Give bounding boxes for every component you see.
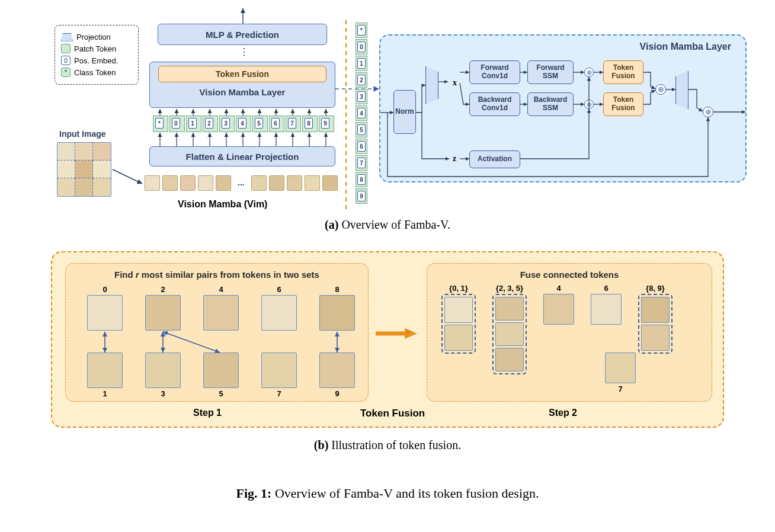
vtoken-5: 5 bbox=[356, 122, 369, 139]
vim-layer-block: Token Fusion Vision Mamba Layer bbox=[149, 62, 335, 108]
caption-a: (a) Overview of Famba-V. bbox=[0, 218, 775, 232]
svg-line-3 bbox=[163, 332, 220, 352]
split-projection-trapezoid bbox=[425, 66, 438, 104]
patch-row-ellipsis: ... bbox=[238, 178, 245, 187]
mult-backward-icon: ⊗ bbox=[584, 100, 594, 109]
group-7: 7 bbox=[605, 352, 636, 393]
step1-top-6: 6 bbox=[261, 285, 297, 331]
group-0-1: {0, 1} bbox=[441, 284, 476, 354]
step1-top-0: 0 bbox=[87, 285, 123, 331]
vtoken-*: * bbox=[356, 23, 369, 39]
vml-title: Vision Mamba Layer bbox=[640, 41, 731, 52]
backward-conv1d-block: Backward Conv1d bbox=[469, 92, 520, 116]
group-4: 4 bbox=[543, 284, 574, 325]
token-2: 2 bbox=[203, 116, 219, 134]
group-4-label: 4 bbox=[543, 284, 574, 293]
group-6-label: 6 bbox=[591, 284, 622, 293]
z-label: z bbox=[453, 154, 456, 164]
pos-embed-icon: 0 bbox=[61, 56, 71, 65]
legend-projection: Projection bbox=[61, 33, 132, 41]
fusion-arrow bbox=[376, 328, 417, 339]
group-0-1-label: {0, 1} bbox=[441, 284, 476, 293]
mult-forward-icon: ⊗ bbox=[584, 68, 594, 77]
group-0-1-box bbox=[441, 294, 476, 354]
vim-title: Vision Mamba (Vim) bbox=[178, 199, 267, 210]
caption-a-label: (a) bbox=[325, 218, 338, 231]
vml-panel: Vision Mamba Layer Norm x z Forward Conv… bbox=[379, 34, 747, 182]
group-6-box bbox=[591, 294, 622, 325]
x-label: x bbox=[453, 78, 457, 88]
vim-layer-label: Vision Mamba Layer bbox=[150, 87, 335, 97]
group-2-3-5-box bbox=[492, 294, 527, 374]
step1-bot-7: 7 bbox=[261, 352, 297, 398]
step1-top-2: 2 bbox=[145, 285, 181, 331]
token-6: 6 bbox=[269, 116, 286, 134]
caption-b-text: Illustration of token fusion. bbox=[331, 438, 461, 451]
patch-chip-row-2 bbox=[251, 175, 338, 191]
vtoken-0: 0 bbox=[356, 39, 369, 56]
step2-title: Fuse connected tokens bbox=[427, 270, 712, 280]
figure-caption-label: Fig. 1: bbox=[236, 486, 271, 501]
legend-pos-embed-label: Pos. Embed. bbox=[74, 56, 118, 65]
group-2-3-5: {2, 3, 5} bbox=[492, 284, 527, 374]
forward-conv1d-block: Forward Conv1d bbox=[469, 60, 520, 84]
token-5: 5 bbox=[252, 116, 269, 134]
token-1: 1 bbox=[186, 116, 203, 134]
step1-bot-9: 9 bbox=[319, 352, 355, 398]
caption-a-text: Overview of Famba-V. bbox=[341, 218, 450, 231]
legend-pos-embed: 0 Pos. Embed. bbox=[61, 56, 132, 65]
backward-ssm-block: Backward SSM bbox=[527, 92, 574, 116]
mlp-prediction-block: MLP & Prediction bbox=[158, 24, 327, 45]
token-fusion-forward-block: Token Fusion bbox=[603, 60, 643, 84]
token-row: *0123456789 bbox=[153, 116, 335, 134]
plus-merge-icon: ⊕ bbox=[655, 84, 666, 95]
token-fusion-strip: Token Fusion bbox=[158, 66, 326, 82]
patch-chip-row bbox=[145, 175, 231, 191]
vtoken-1: 1 bbox=[356, 56, 369, 72]
plus-residual-icon: ⊕ bbox=[703, 107, 713, 117]
panel-b: Find r most similar pairs from tokens in… bbox=[51, 251, 724, 428]
vtoken-8: 8 bbox=[356, 172, 369, 188]
legend-patch-token-label: Patch Token bbox=[74, 44, 116, 53]
caption-b-label: (b) bbox=[314, 438, 328, 451]
step1-title: Find r most similar pairs from tokens in… bbox=[66, 270, 368, 280]
token-7: 7 bbox=[286, 116, 302, 134]
step1-panel: Find r most similar pairs from tokens in… bbox=[65, 263, 369, 402]
caption-b: (b) Illustration of token fusion. bbox=[0, 438, 775, 452]
activation-block: Activation bbox=[469, 150, 520, 168]
token-0: 0 bbox=[169, 116, 186, 134]
ellipsis-vertical: ⋮ bbox=[239, 46, 250, 57]
vtoken-4: 4 bbox=[356, 105, 369, 122]
token-4: 4 bbox=[236, 116, 252, 134]
norm-block: Norm bbox=[393, 90, 416, 134]
merge-projection-trapezoid bbox=[675, 71, 688, 109]
projection-icon bbox=[61, 33, 73, 41]
vertical-token-column: *0123456789 bbox=[356, 23, 369, 205]
step1-top-4: 4 bbox=[203, 285, 239, 331]
group-2-3-5-label: {2, 3, 5} bbox=[492, 284, 527, 293]
token-3: 3 bbox=[219, 116, 236, 134]
group-7-box bbox=[605, 352, 636, 383]
token-*: * bbox=[153, 116, 169, 134]
legend-class-token: * Class Token bbox=[61, 68, 132, 77]
group-8-9-box bbox=[638, 294, 672, 354]
step2-panel: Fuse connected tokens {0, 1} {2, 3, 5} bbox=[427, 263, 712, 402]
step1-bot-1: 1 bbox=[87, 352, 123, 398]
patch-token-icon bbox=[61, 44, 71, 53]
figure-caption: Fig. 1: Overview of Famba-V and its toke… bbox=[0, 486, 775, 501]
group-6: 6 bbox=[591, 284, 622, 325]
step1-bottom-row: 13579 bbox=[87, 352, 355, 398]
legend-patch-token: Patch Token bbox=[61, 44, 132, 53]
legend-box: Projection Patch Token 0 Pos. Embed. * C… bbox=[55, 25, 139, 85]
step1-top-8: 8 bbox=[319, 285, 355, 331]
figure-caption-text: Overview of Famba-V and its token fusion… bbox=[275, 486, 539, 501]
step1-label: Step 1 bbox=[193, 408, 222, 418]
input-image-label: Input Image bbox=[59, 129, 106, 139]
group-4-box bbox=[543, 294, 574, 325]
group-8-9-label: {8, 9} bbox=[638, 284, 672, 293]
vtoken-9: 9 bbox=[356, 188, 369, 205]
legend-projection-label: Projection bbox=[76, 33, 111, 41]
step1-top-row: 02468 bbox=[87, 285, 355, 331]
token-fusion-label: Token Fusion bbox=[360, 408, 425, 419]
vtoken-6: 6 bbox=[356, 139, 369, 155]
